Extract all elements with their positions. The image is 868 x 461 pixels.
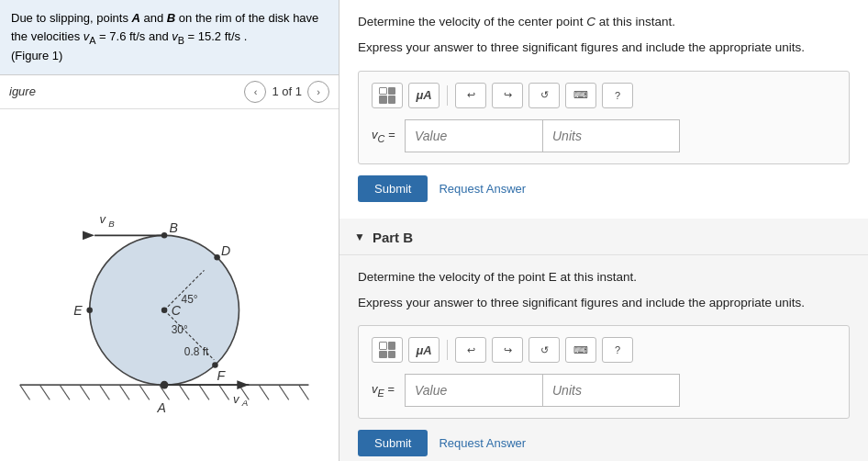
svg-line-10 bbox=[199, 385, 209, 399]
undo-button-a[interactable]: ↩ bbox=[455, 83, 486, 108]
svg-text:F: F bbox=[217, 368, 227, 383]
part-a-toolbar: μA ↩ ↪ ↺ ⌨ ? bbox=[372, 83, 836, 108]
part-b-header: ▼ Part B bbox=[339, 220, 868, 255]
svg-text:45°: 45° bbox=[182, 293, 198, 306]
redo-button-b[interactable]: ↪ bbox=[492, 337, 523, 363]
svg-line-14 bbox=[279, 385, 289, 399]
toolbar-sep-1 bbox=[447, 85, 448, 106]
part-b-title: Part B bbox=[373, 230, 413, 245]
part-b-input-row: vE = bbox=[372, 374, 836, 407]
left-panel: Due to slipping, points A and B on the r… bbox=[0, 0, 339, 461]
part-a-value-input[interactable] bbox=[405, 119, 542, 152]
part-b-value-input[interactable] bbox=[405, 374, 542, 407]
svg-point-25 bbox=[86, 307, 93, 313]
figure-label: igure bbox=[9, 84, 36, 98]
svg-line-15 bbox=[299, 385, 309, 399]
part-a-action-row: Submit Request Answer bbox=[358, 175, 850, 202]
part-a-input-label: vC = bbox=[372, 128, 399, 144]
problem-text-content: Due to slipping, points A and B on the r… bbox=[11, 11, 318, 43]
next-figure-button[interactable]: › bbox=[307, 81, 329, 103]
svg-text:D: D bbox=[221, 243, 230, 258]
svg-line-7 bbox=[139, 385, 150, 399]
part-b-request-link[interactable]: Request Answer bbox=[439, 436, 526, 450]
diagram-container: C A B D E F bbox=[0, 109, 339, 461]
figure-count: 1 of 1 bbox=[272, 84, 302, 98]
help-button-b[interactable]: ? bbox=[602, 337, 633, 363]
reset-button-b[interactable]: ↺ bbox=[529, 337, 560, 363]
svg-text:B: B bbox=[170, 220, 178, 235]
part-a-submit-button[interactable]: Submit bbox=[358, 175, 428, 202]
part-a-units-input[interactable] bbox=[542, 119, 680, 152]
figure-nav: igure ‹ 1 of 1 › bbox=[0, 75, 339, 109]
svg-text:v: v bbox=[100, 212, 107, 226]
mu-button-b[interactable]: μA bbox=[408, 337, 440, 363]
svg-text:B: B bbox=[108, 218, 115, 228]
part-b-toolbar: μA ↩ ↪ ↺ ⌨ ? bbox=[372, 337, 836, 363]
svg-line-2 bbox=[39, 385, 50, 399]
nav-controls: ‹ 1 of 1 › bbox=[244, 81, 329, 103]
redo-button-a[interactable]: ↪ bbox=[492, 83, 523, 108]
svg-text:A: A bbox=[241, 398, 249, 408]
toolbar-sep-2 bbox=[447, 340, 448, 360]
svg-text:C: C bbox=[172, 303, 182, 318]
svg-line-5 bbox=[100, 385, 110, 399]
svg-text:E: E bbox=[73, 303, 83, 318]
figure-caption-text: (Figure 1) bbox=[11, 49, 62, 62]
right-panel: Determine the velocity of the center poi… bbox=[339, 0, 868, 461]
part-b-question: Determine the velocity of the point E at… bbox=[358, 268, 850, 287]
prev-figure-button[interactable]: ‹ bbox=[244, 81, 266, 103]
part-a-content: Determine the velocity of the center poi… bbox=[339, 0, 868, 219]
help-button-a[interactable]: ? bbox=[602, 83, 633, 108]
matrix-button-b[interactable] bbox=[372, 337, 403, 363]
part-b-submit-button[interactable]: Submit bbox=[358, 430, 428, 456]
part-a-question: Determine the velocity of the center poi… bbox=[358, 13, 850, 31]
part-a-request-link[interactable]: Request Answer bbox=[439, 182, 526, 196]
svg-text:v: v bbox=[233, 391, 240, 405]
svg-line-1 bbox=[20, 385, 30, 399]
undo-button-b[interactable]: ↩ bbox=[455, 337, 486, 363]
part-b-content: Determine the velocity of the point E at… bbox=[339, 255, 868, 462]
svg-point-23 bbox=[214, 254, 220, 261]
svg-line-11 bbox=[219, 385, 229, 399]
figure-area: igure ‹ 1 of 1 › bbox=[0, 75, 339, 461]
problem-statement: Due to slipping, points A and B on the r… bbox=[0, 0, 339, 75]
part-b-input-label: vE = bbox=[372, 382, 399, 399]
svg-line-4 bbox=[80, 385, 90, 399]
keyboard-button-b[interactable]: ⌨ bbox=[565, 337, 596, 363]
part-b-action-row: Submit Request Answer bbox=[358, 430, 850, 456]
part-a-answer-box: μA ↩ ↪ ↺ ⌨ ? bbox=[358, 71, 850, 164]
part-b-units-input[interactable] bbox=[542, 374, 680, 407]
svg-text:0.8 ft: 0.8 ft bbox=[184, 344, 209, 357]
mu-button-a[interactable]: μA bbox=[408, 83, 440, 108]
part-b-instruction: Express your answer to three significant… bbox=[358, 294, 850, 312]
part-a-section: Determine the velocity of the center poi… bbox=[339, 0, 868, 219]
matrix-button-a[interactable] bbox=[372, 83, 403, 108]
svg-text:A: A bbox=[156, 400, 165, 415]
diagram-svg: C A B D E F bbox=[0, 109, 339, 461]
part-a-instruction: Express your answer to three significant… bbox=[358, 39, 850, 57]
part-b-section: ▼ Part B Determine the velocity of the p… bbox=[339, 220, 868, 462]
reset-button-a[interactable]: ↺ bbox=[529, 83, 560, 108]
part-b-collapse-arrow[interactable]: ▼ bbox=[354, 230, 365, 243]
keyboard-button-a[interactable]: ⌨ bbox=[565, 83, 596, 108]
svg-line-9 bbox=[179, 385, 189, 399]
svg-line-13 bbox=[259, 385, 269, 399]
part-a-input-row: vC = bbox=[372, 119, 836, 152]
part-b-answer-box: μA ↩ ↪ ↺ ⌨ ? bbox=[358, 325, 850, 419]
svg-line-6 bbox=[119, 385, 129, 399]
svg-line-3 bbox=[60, 385, 70, 399]
